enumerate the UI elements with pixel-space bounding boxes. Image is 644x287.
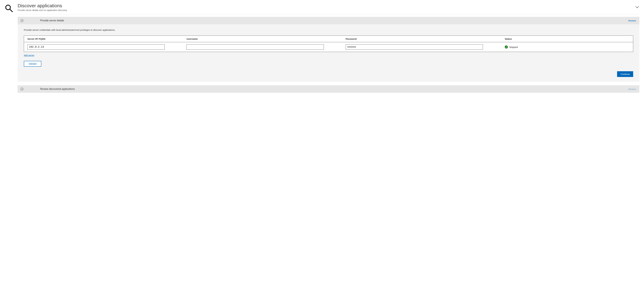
svg-point-3 [505, 45, 508, 48]
search-icon [5, 4, 13, 12]
chevron-down-icon[interactable] [635, 5, 639, 9]
col-header-server: Server IP/ FQDN [28, 37, 183, 40]
validate-button[interactable]: Validate [24, 61, 41, 67]
svg-line-1 [10, 9, 12, 12]
col-header-username: Username [186, 37, 342, 40]
server-table: Server IP/ FQDN Username Password Status [24, 35, 633, 52]
step2-review-link[interactable]: Review [628, 88, 636, 90]
check-circle-icon [20, 87, 24, 91]
page-subtitle: Provide server details and run applicati… [18, 9, 639, 11]
table-row: Mapped [24, 42, 633, 52]
step1-body: Provide server credentials with local ad… [18, 24, 639, 82]
add-server-link[interactable]: Add server [24, 54, 34, 56]
status-check-icon [505, 45, 508, 48]
svg-point-4 [21, 88, 23, 90]
svg-point-2 [21, 19, 23, 22]
step2-title: Review discovered applications [40, 88, 624, 90]
server-ip-input[interactable] [28, 44, 165, 50]
username-input[interactable] [186, 44, 324, 50]
step1-title: Provide server details [40, 19, 624, 22]
step1-review-link[interactable]: Review [628, 19, 636, 22]
step-bar-provide-server-details: Provide server details Review [18, 17, 639, 24]
step1-instruction: Provide server credentials with local ad… [24, 28, 633, 31]
header-divider [18, 14, 639, 14]
status-text: Mapped [510, 46, 518, 48]
page-title: Discover applications [18, 3, 639, 8]
check-circle-icon [20, 19, 24, 22]
col-header-password: Password [346, 37, 502, 40]
continue-button[interactable]: Continue [617, 71, 633, 77]
col-header-status: Status [505, 37, 630, 40]
step-bar-review-discovered: Review discovered applications Review [18, 85, 639, 93]
password-input[interactable] [346, 44, 483, 50]
